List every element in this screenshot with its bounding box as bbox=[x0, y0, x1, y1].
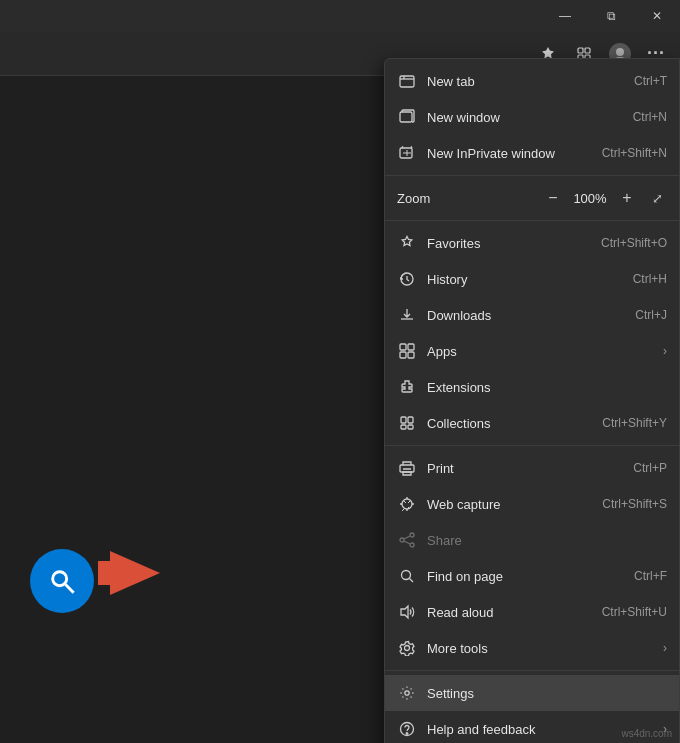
maximize-button[interactable]: ⧉ bbox=[588, 0, 634, 32]
search-button[interactable] bbox=[30, 549, 94, 613]
downloads-label: Downloads bbox=[427, 308, 627, 323]
readaloud-label: Read aloud bbox=[427, 605, 594, 620]
zoom-label: Zoom bbox=[397, 191, 541, 206]
favorites-shortcut: Ctrl+Shift+O bbox=[601, 236, 667, 250]
settings-label: Settings bbox=[427, 686, 667, 701]
svg-point-7 bbox=[53, 572, 67, 586]
menu-item-new-inprivate[interactable]: New InPrivate window Ctrl+Shift+N bbox=[385, 135, 679, 171]
history-shortcut: Ctrl+H bbox=[633, 272, 667, 286]
title-bar: — ⧉ ✕ bbox=[0, 0, 680, 32]
svg-rect-9 bbox=[400, 76, 414, 87]
svg-rect-14 bbox=[408, 344, 414, 350]
new-window-shortcut: Ctrl+N bbox=[633, 110, 667, 124]
new-tab-shortcut: Ctrl+T bbox=[634, 74, 667, 88]
search-icon bbox=[48, 567, 76, 595]
menu-item-findonpage[interactable]: Find on page Ctrl+F bbox=[385, 558, 679, 594]
inprivate-icon bbox=[397, 143, 417, 163]
zoom-decrease-icon: − bbox=[548, 189, 557, 207]
svg-rect-17 bbox=[401, 417, 406, 423]
menu-item-favorites[interactable]: Favorites Ctrl+Shift+O bbox=[385, 225, 679, 261]
maximize-icon: ⧉ bbox=[607, 9, 616, 23]
svg-point-27 bbox=[405, 646, 410, 651]
svg-point-5 bbox=[616, 48, 624, 56]
divider-3 bbox=[385, 445, 679, 446]
inprivate-shortcut: Ctrl+Shift+N bbox=[602, 146, 667, 160]
menu-item-new-tab[interactable]: New tab Ctrl+T bbox=[385, 63, 679, 99]
menu-item-print[interactable]: Print Ctrl+P bbox=[385, 450, 679, 486]
arrow-indicator bbox=[110, 551, 160, 595]
findonpage-shortcut: Ctrl+F bbox=[634, 569, 667, 583]
svg-rect-19 bbox=[401, 425, 406, 429]
moretools-icon bbox=[397, 638, 417, 658]
webcapture-icon bbox=[397, 494, 417, 514]
minimize-button[interactable]: — bbox=[542, 0, 588, 32]
menu-item-webcapture[interactable]: Web capture Ctrl+Shift+S bbox=[385, 486, 679, 522]
favorites-icon bbox=[397, 233, 417, 253]
context-menu: New tab Ctrl+T New window Ctrl+N New InP… bbox=[384, 58, 680, 743]
inprivate-label: New InPrivate window bbox=[427, 146, 594, 161]
svg-point-30 bbox=[406, 733, 408, 735]
divider-1 bbox=[385, 175, 679, 176]
zoom-increase-icon: + bbox=[622, 189, 631, 207]
share-label: Share bbox=[427, 533, 667, 548]
svg-point-26 bbox=[402, 571, 411, 580]
svg-point-22 bbox=[402, 499, 412, 509]
apps-icon bbox=[397, 341, 417, 361]
close-button[interactable]: ✕ bbox=[634, 0, 680, 32]
menu-item-collections[interactable]: Collections Ctrl+Shift+Y bbox=[385, 405, 679, 441]
print-icon bbox=[397, 458, 417, 478]
svg-rect-16 bbox=[408, 352, 414, 358]
collections-icon bbox=[397, 413, 417, 433]
moretools-chevron-icon: › bbox=[663, 641, 667, 655]
settings-icon bbox=[397, 683, 417, 703]
svg-point-25 bbox=[410, 543, 414, 547]
findonpage-label: Find on page bbox=[427, 569, 626, 584]
zoom-expand-icon: ⤢ bbox=[652, 191, 663, 206]
webcapture-shortcut: Ctrl+Shift+S bbox=[602, 497, 667, 511]
svg-rect-15 bbox=[400, 352, 406, 358]
svg-rect-0 bbox=[578, 48, 583, 53]
svg-line-8 bbox=[66, 585, 74, 593]
menu-item-extensions[interactable]: Extensions bbox=[385, 369, 679, 405]
downloads-icon bbox=[397, 305, 417, 325]
menu-item-readaloud[interactable]: Read aloud Ctrl+Shift+U bbox=[385, 594, 679, 630]
zoom-value: 100% bbox=[571, 191, 609, 206]
favorites-label: Favorites bbox=[427, 236, 593, 251]
webcapture-label: Web capture bbox=[427, 497, 594, 512]
close-icon: ✕ bbox=[652, 9, 662, 23]
menu-item-history[interactable]: History Ctrl+H bbox=[385, 261, 679, 297]
menu-item-settings[interactable]: Settings bbox=[385, 675, 679, 711]
readaloud-icon bbox=[397, 602, 417, 622]
watermark: ws4dn.com bbox=[621, 728, 672, 739]
menu-item-downloads[interactable]: Downloads Ctrl+J bbox=[385, 297, 679, 333]
svg-point-24 bbox=[400, 538, 404, 542]
print-shortcut: Ctrl+P bbox=[633, 461, 667, 475]
extensions-label: Extensions bbox=[427, 380, 667, 395]
svg-rect-1 bbox=[585, 48, 590, 53]
divider-4 bbox=[385, 670, 679, 671]
zoom-decrease-button[interactable]: − bbox=[541, 186, 565, 210]
moretools-label: More tools bbox=[427, 641, 655, 656]
new-tab-icon bbox=[397, 71, 417, 91]
menu-item-moretools[interactable]: More tools › bbox=[385, 630, 679, 666]
svg-rect-13 bbox=[400, 344, 406, 350]
help-icon bbox=[397, 719, 417, 739]
collections-label: Collections bbox=[427, 416, 594, 431]
svg-rect-20 bbox=[408, 425, 413, 429]
menu-item-new-window[interactable]: New window Ctrl+N bbox=[385, 99, 679, 135]
new-window-label: New window bbox=[427, 110, 625, 125]
share-icon bbox=[397, 530, 417, 550]
menu-item-apps[interactable]: Apps › bbox=[385, 333, 679, 369]
svg-point-28 bbox=[405, 691, 409, 695]
history-icon bbox=[397, 269, 417, 289]
divider-2 bbox=[385, 220, 679, 221]
new-window-icon bbox=[397, 107, 417, 127]
svg-point-23 bbox=[410, 533, 414, 537]
minimize-icon: — bbox=[559, 9, 571, 23]
zoom-increase-button[interactable]: + bbox=[615, 186, 639, 210]
zoom-controls: − 100% + ⤢ bbox=[541, 186, 667, 210]
zoom-expand-button[interactable]: ⤢ bbox=[647, 188, 667, 208]
svg-rect-18 bbox=[408, 417, 413, 423]
downloads-shortcut: Ctrl+J bbox=[635, 308, 667, 322]
find-icon bbox=[397, 566, 417, 586]
